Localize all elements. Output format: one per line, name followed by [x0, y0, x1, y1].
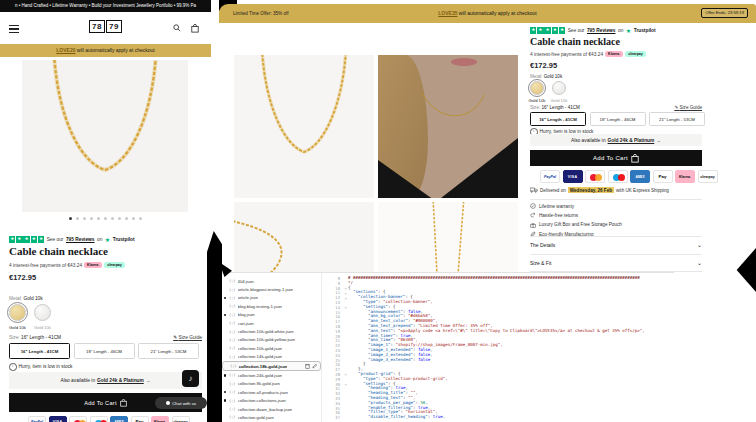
file-tree-item[interactable]: {;}collection.10k-gold.json [222, 344, 321, 352]
size-button[interactable]: 16" Length - 41CM [530, 112, 586, 126]
file-tree-item[interactable]: {;}404.json [222, 277, 321, 285]
chat-dot-icon [166, 401, 171, 406]
perk-text: Hassle-free returns [539, 213, 578, 218]
file-tree-item[interactable]: {;}collection.collections.json [222, 396, 321, 404]
installments-text: 4 interest-free payments of €43.24 [9, 263, 82, 268]
file-tree-item[interactable]: {;}collection.dawn_backup.json [222, 405, 321, 413]
image-pagination-dots[interactable] [0, 217, 211, 220]
fold-chevron-icon[interactable]: ⌄ [345, 381, 347, 386]
accordion-size-fit[interactable]: Size & Fit ⌄ [530, 259, 702, 266]
pagination-dot[interactable] [97, 217, 100, 220]
file-tree-item[interactable]: {;}collection.gold.json [222, 413, 321, 421]
size-value: 16" Length - 41CM [542, 105, 580, 110]
payment-klarna-icon: Klarna. [151, 416, 169, 422]
also-available-bar[interactable]: Also available in Gold 24k & Platinum → [530, 134, 702, 146]
product-price: €172.95 [9, 273, 36, 282]
size-button[interactable]: 16" Length - 41CM [9, 343, 70, 359]
json-file-icon: {;} [229, 313, 236, 317]
reviews-count-link[interactable]: 795 Reviews [66, 237, 95, 242]
pagination-dot[interactable] [139, 217, 142, 220]
info-icon: i [9, 363, 17, 371]
size-options: 16" Length - 41CM18" Length - 46CM21" Le… [9, 343, 199, 359]
also-available-bar[interactable]: Also available in Gold 24k & Platinum → [9, 372, 202, 389]
pagination-dot[interactable] [111, 217, 114, 220]
edit-pencil-icon[interactable] [312, 363, 317, 369]
json-file-icon: {;} [229, 304, 236, 308]
pagination-dot[interactable] [104, 217, 107, 220]
metal-line: Metal: Gold 10k [530, 74, 562, 79]
file-tree-item[interactable]: {;}collection.9k-gold.json [222, 380, 321, 388]
product-image-main[interactable] [22, 60, 188, 212]
file-tree-item[interactable]: {;}collection.all-products.json [222, 388, 321, 396]
file-tree-item[interactable]: {;}cart.json [222, 319, 321, 327]
file-tree-item[interactable]: {;}collection.10k-gold-white.json [222, 327, 321, 335]
also-link[interactable]: Gold 24k & Platinum [608, 138, 655, 143]
trustpilot-label: Trustpilot [113, 237, 135, 242]
returns-icon [530, 212, 536, 218]
fold-chevron-icon[interactable]: ⌄ [345, 295, 347, 300]
product-title: Cable chain necklace [530, 36, 620, 47]
json-file-icon: {;} [229, 346, 236, 350]
file-tree-item[interactable]: {;}article.json [222, 294, 321, 302]
banner-rest: will automatically apply at checkout [457, 10, 536, 16]
file-tree[interactable]: {;}404.json{;}article.blogpost-testing-1… [222, 273, 322, 422]
code-content[interactable]: # ######################################… [348, 276, 674, 422]
pagination-dot[interactable] [125, 217, 128, 220]
delivery-date-highlight: Wednesday, 26 Feb [568, 187, 614, 193]
file-tree-item[interactable]: {;}collection.10k-gold-yellow.json [222, 336, 321, 344]
metal-label: Metal: [9, 296, 22, 301]
fold-chevron-icon[interactable]: ⌄ [345, 304, 347, 309]
file-tree-item[interactable]: {;}article.blogpost-testing-1.json [222, 285, 321, 293]
file-tree-item[interactable]: {;}blog.json [222, 311, 321, 319]
size-button[interactable]: 21" Length - 53CM [138, 343, 199, 359]
pagination-dot[interactable] [69, 217, 72, 220]
chat-with-us-button[interactable]: Chat with us [155, 397, 207, 409]
file-tree-item[interactable]: {;}blog.blog-testing-1.json [222, 302, 321, 310]
swatch-gold-10k-white[interactable] [34, 304, 51, 321]
fold-chevron-icon[interactable]: ⌄ [345, 371, 347, 376]
metal-value: Gold 10k [544, 74, 562, 79]
search-icon[interactable] [173, 24, 181, 32]
pagination-dot[interactable] [132, 217, 135, 220]
code-pane[interactable]: 8910⌄11⌄12⌄1314⌄151617181920212223242526… [322, 273, 674, 422]
modified-dot-icon [224, 391, 226, 393]
size-button[interactable]: 21" Length - 53CM [649, 112, 705, 126]
product-title: Cable chain necklace [9, 245, 108, 257]
promo-code-link[interactable]: LOVE20 [56, 47, 75, 53]
trash-icon[interactable] [305, 363, 310, 369]
size-label: Size: [9, 335, 20, 340]
pagination-dot[interactable] [118, 217, 121, 220]
bag-icon [120, 399, 127, 407]
perk-item: Luxury Gift Box and Free Storage Pouch [530, 222, 702, 228]
size-button[interactable]: 18" Length - 46CM [74, 343, 135, 359]
promo-code-link[interactable]: LOVE35 [438, 10, 457, 16]
swatch-gold-10k-yellow[interactable] [9, 304, 26, 321]
size-guide-link[interactable]: ✎ Size Guide [173, 335, 202, 340]
star-icon: ★ [38, 236, 44, 242]
gallery-image-model[interactable] [378, 55, 518, 198]
file-tree-item[interactable]: {;}collection.14k-gold.json [222, 353, 321, 361]
file-name: collection.collections.json [238, 398, 286, 403]
tiktok-icon[interactable]: ♪ [182, 370, 199, 387]
pagination-dot[interactable] [90, 217, 93, 220]
size-guide-link[interactable]: ✎ Size Guide [674, 105, 702, 110]
file-tree-item[interactable]: {;}collection.24k-gold.json [222, 371, 321, 379]
swatch-gold-10k-yellow[interactable] [530, 81, 544, 95]
add-to-cart-button[interactable]: Add To Cart [530, 150, 702, 166]
cart-bag-icon[interactable] [191, 24, 199, 33]
gallery-image-flat-necklace[interactable] [234, 55, 374, 198]
stock-note: i Hurry, item is low in stock [9, 363, 73, 371]
file-name: article.json [238, 295, 259, 300]
pagination-dot[interactable] [83, 217, 86, 220]
offer-ends-time: 23:59:19 [728, 10, 744, 15]
promo-banner: LOVE20 will automatically apply at check… [0, 44, 211, 57]
accordion-the-details[interactable]: The Details ⌄ [530, 241, 702, 248]
size-button[interactable]: 18" Length - 46CM [590, 112, 646, 126]
also-link[interactable]: Gold 24k & Platinum [97, 378, 144, 383]
file-tree-item[interactable]: {;}collection.18k-gold.json [222, 361, 321, 371]
swatch-gold-10k-white[interactable] [552, 81, 566, 95]
reviews-count-link[interactable]: 795 Reviews [587, 28, 616, 33]
json-file-icon: {;} [229, 355, 236, 359]
desktop-promo-banner: Limited Time Offer: 35% off LOVE35 will … [219, 4, 756, 23]
pagination-dot[interactable] [76, 217, 79, 220]
